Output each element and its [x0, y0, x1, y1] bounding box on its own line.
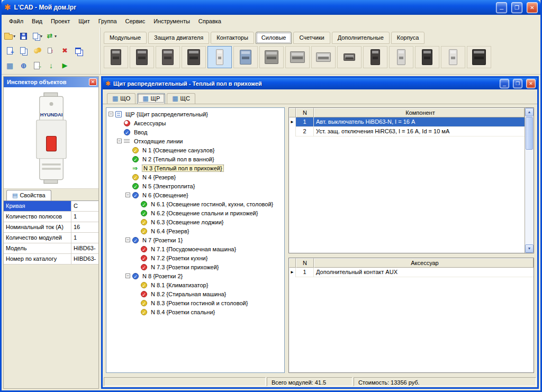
expander-icon[interactable]: −: [109, 112, 113, 116]
column-header-n[interactable]: N: [296, 258, 314, 268]
cost-button[interactable]: [31, 44, 44, 58]
dropdown-arrow-icon[interactable]: ▾: [40, 34, 42, 39]
delete-button[interactable]: [58, 44, 71, 58]
component-breaker-14[interactable]: [441, 46, 465, 68]
sheet-add-button[interactable]: [3, 44, 16, 58]
component-breaker-1[interactable]: [104, 46, 128, 68]
run-button[interactable]: [58, 59, 71, 72]
scroll-up-icon[interactable]: ▲: [525, 108, 534, 116]
tree-item[interactable]: N 6.4 {Резерв}: [107, 226, 284, 235]
globe-button[interactable]: [17, 59, 30, 72]
table-row[interactable]: 2Уст. защ. отключения HiRC63, I = 16 А, …: [289, 127, 525, 136]
scrollbar-track[interactable]: [525, 150, 534, 244]
property-row[interactable]: Номинальный ток (А)16: [4, 222, 98, 233]
tab-properties[interactable]: ▤ Свойства: [6, 190, 51, 200]
component-breaker-5[interactable]: [207, 46, 232, 68]
category-tab-2[interactable]: Защита двигателя: [148, 32, 209, 44]
component-breaker-6[interactable]: [233, 46, 258, 68]
property-row[interactable]: МодельHiBD63-: [4, 243, 98, 254]
minimize-button[interactable]: [496, 2, 507, 13]
tree-item[interactable]: −N 7 {Розетки 1}: [107, 235, 284, 244]
table-button[interactable]: [3, 59, 16, 72]
close-button[interactable]: [527, 2, 538, 13]
menu-item-5[interactable]: Группа: [94, 16, 121, 26]
scroll-down-icon[interactable]: ▼: [525, 244, 534, 253]
save-button[interactable]: [17, 30, 30, 43]
expander-icon[interactable]: −: [125, 238, 130, 242]
tab-ЩР[interactable]: ▦ЩР: [137, 93, 165, 104]
tree-item[interactable]: ⇒N 3 {Теплый пол в прихожей}: [107, 163, 284, 172]
property-value[interactable]: HIBD63-: [71, 254, 98, 264]
component-breaker-4[interactable]: [182, 46, 206, 68]
tree-item[interactable]: N 6.3 {Освещение лоджии}: [107, 217, 284, 226]
tree-item[interactable]: −ЩР {Щит распределительный}: [107, 110, 284, 118]
tree-item[interactable]: N 1 {Освещение санузлов}: [107, 145, 284, 154]
category-tab-5[interactable]: Счетчики: [293, 32, 330, 44]
column-header-n[interactable]: N: [296, 108, 314, 117]
tree-item[interactable]: N 7.1 {Посудомоечная машина}: [107, 244, 284, 253]
property-row[interactable]: Количество полюсов1: [4, 212, 98, 222]
table-row[interactable]: ►1Дополнительный контакт AUX: [289, 268, 534, 277]
tree-item[interactable]: N 8.3 {Розетки гостиной и столовой}: [107, 298, 284, 307]
menu-item-6[interactable]: Сервис: [121, 16, 150, 26]
components-scrollbar[interactable]: ▲ ▼: [525, 108, 534, 253]
tree-item[interactable]: N 4 {Резерв}: [107, 172, 284, 181]
tree-item[interactable]: N 6.1 {Освещение гостиной, кухни, столов…: [107, 199, 284, 208]
column-header-name[interactable]: Компонент: [314, 108, 525, 117]
tree-item[interactable]: N 8.2 {Стиральная машина}: [107, 289, 284, 298]
inspector-title-bar[interactable]: Инспектор объектов ✕: [4, 77, 98, 87]
document-close-button[interactable]: [526, 79, 536, 88]
category-tab-7[interactable]: Корпуса: [391, 32, 425, 44]
tab-ЩС[interactable]: ▦ЩС: [167, 93, 195, 104]
property-value[interactable]: 1: [71, 212, 98, 222]
tree-item[interactable]: N 5 {Электроплита}: [107, 181, 284, 190]
property-value[interactable]: HiBD63-: [71, 243, 98, 253]
menu-item-3[interactable]: Проект: [47, 16, 74, 26]
component-breaker-8[interactable]: [285, 46, 310, 68]
tab-ЩО[interactable]: ▦ЩО: [107, 93, 136, 104]
tree-item[interactable]: N 2 {Теплый пол в ванной}: [107, 154, 284, 163]
tree-item[interactable]: N 6.2 {Освещение спальни и прихожей}: [107, 208, 284, 217]
component-breaker-9[interactable]: [311, 46, 336, 68]
scrollbar-thumb[interactable]: [526, 117, 533, 150]
component-breaker-10[interactable]: [337, 46, 362, 68]
sheet-copy-button[interactable]: [17, 44, 30, 58]
tree-item[interactable]: N 7.2 {Розетки кухни}: [107, 253, 284, 262]
tree-item[interactable]: N 8.1 {Климатизатор}: [107, 280, 284, 289]
copy-document-button[interactable]: ▾: [31, 30, 44, 43]
category-tab-3[interactable]: Контакторы: [211, 32, 254, 44]
tree-item[interactable]: N 7.3 {Розетки прихожей}: [107, 262, 284, 271]
refresh-button[interactable]: ▾: [44, 30, 58, 43]
new-button[interactable]: ▾: [3, 30, 16, 43]
category-tab-6[interactable]: Дополнительные: [332, 32, 390, 44]
dropdown-arrow-icon[interactable]: ▾: [13, 34, 15, 39]
document-maximize-button[interactable]: [513, 79, 522, 88]
menu-item-2[interactable]: Вид: [28, 16, 47, 26]
category-tab-1[interactable]: Модульные: [104, 32, 147, 44]
tree-item[interactable]: −N 6 {Освещение}: [107, 190, 284, 199]
dropdown-arrow-icon[interactable]: ▾: [55, 34, 57, 39]
inspector-close-icon[interactable]: ✕: [89, 78, 97, 86]
category-tab-4[interactable]: Силовые: [256, 32, 292, 44]
property-value[interactable]: C: [71, 201, 98, 211]
title-bar[interactable]: ✱ L'CAD - Мой дом.lpr: [2, 0, 540, 15]
component-breaker-2[interactable]: [130, 46, 154, 68]
component-breaker-11[interactable]: [363, 46, 387, 68]
component-breaker-12[interactable]: [389, 46, 413, 68]
windows-button[interactable]: [72, 44, 85, 58]
document-minimize-button[interactable]: [500, 79, 509, 88]
menu-item-8[interactable]: Справка: [194, 16, 225, 26]
property-row[interactable]: Номер по каталогуHIBD63-: [4, 254, 98, 265]
property-row[interactable]: КриваяC: [4, 201, 98, 212]
maximize-button[interactable]: [511, 2, 522, 13]
export-button[interactable]: [31, 59, 44, 72]
property-value[interactable]: 16: [71, 222, 98, 232]
document-title-bar[interactable]: ✱ Щит распределительный - Теплый пол в п…: [103, 78, 537, 89]
component-breaker-15[interactable]: [467, 46, 491, 68]
menu-item-1[interactable]: Файл: [5, 16, 28, 26]
delete-item-button[interactable]: [44, 44, 58, 58]
tree-item[interactable]: N 8.4 {Розетки спальни}: [107, 307, 284, 316]
component-breaker-7[interactable]: [259, 46, 284, 68]
tree-item[interactable]: Ввод: [107, 127, 284, 136]
property-value[interactable]: 1: [71, 233, 98, 243]
